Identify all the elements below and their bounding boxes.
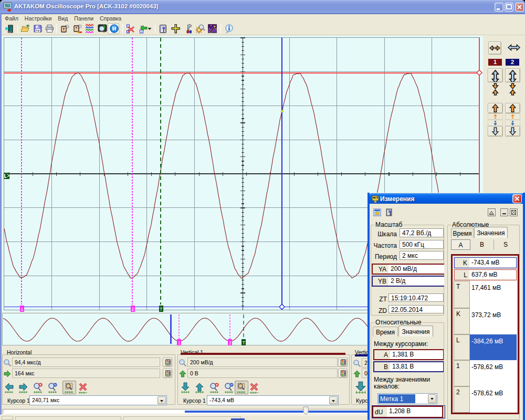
- svg-text:1: 1: [141, 30, 142, 33]
- svg-text:T: T: [243, 340, 246, 345]
- svg-text:T: T: [160, 307, 163, 312]
- svg-text:1: 1: [178, 340, 181, 345]
- svg-text:2: 2: [229, 340, 232, 345]
- svg-text:1: 1: [21, 307, 24, 312]
- svg-text:2: 2: [132, 307, 134, 312]
